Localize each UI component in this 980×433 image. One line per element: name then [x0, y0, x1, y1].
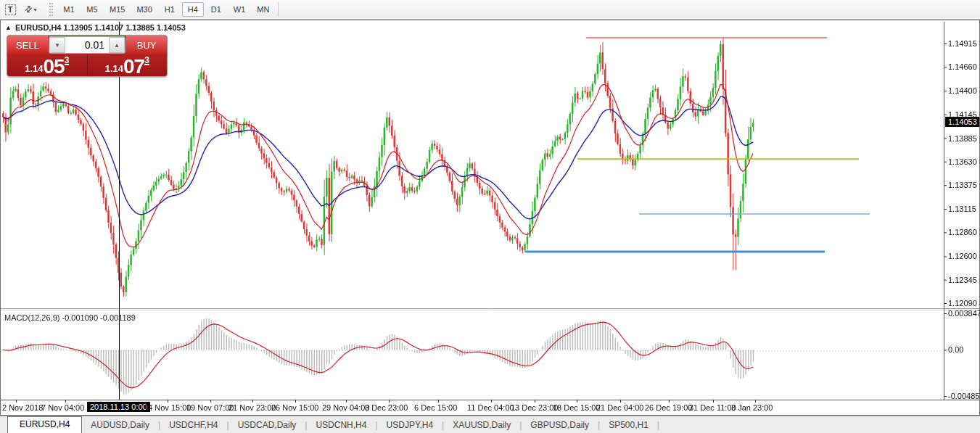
volume-stepper: ▼ ▲ [49, 36, 125, 54]
macd-indicator-label: MACD(12,26,9) -0.001090 -0.001189 [4, 313, 136, 322]
toolbar-grip[interactable] [49, 3, 53, 16]
price-axis-tick: 1.14660 [948, 62, 979, 71]
time-axis-label: 26 Nov 15:00 [271, 403, 318, 412]
time-axis-label: 18 Dec 15:00 [553, 403, 600, 412]
tab-divider: | [657, 420, 659, 433]
time-axis-label: 14 Nov 15:00 [144, 403, 191, 412]
sell-price-display[interactable]: 1.14 05 3 [7, 54, 88, 77]
sell-price-small: 1.14 [25, 62, 43, 76]
time-axis-label: 21 Nov 23:00 [228, 403, 276, 412]
timeframe-button-m30[interactable]: M30 [131, 2, 157, 17]
cursor-tool-icon[interactable]: ⇅ ▼ [20, 2, 42, 17]
tab-usdjpy-h4[interactable]: USDJPY,H4 [378, 418, 442, 433]
price-axis-tick: 1.13630 [948, 157, 979, 166]
price-axis-tick: 1.12345 [948, 276, 979, 284]
macd-axis-tick: 0.003847 [948, 309, 979, 318]
chart-title-text: EURUSD,H4 1.13905 1.14107 1.13885 1.1405… [15, 23, 186, 32]
chart-window: ▲ EURUSD,H4 1.13905 1.14107 1.13885 1.14… [0, 20, 980, 416]
price-axis-tick: 1.13885 [948, 134, 979, 143]
timeframe-button-m1[interactable]: M1 [58, 2, 80, 17]
volume-input[interactable] [65, 37, 109, 53]
time-axis-label: 29 Nov 04:00 [322, 403, 369, 412]
price-axis-tick: 1.14400 [948, 86, 979, 95]
timeframe-button-m15[interactable]: M15 [104, 2, 130, 17]
time-axis-label: 3 Jan 23:00 [731, 403, 773, 412]
buy-price-display[interactable]: 1.14 07 3 [88, 54, 168, 77]
trading-app: T ⇅ ▼ M1M5M15M30H1H4D1W1MN ▲ EURUSD,H4 1… [0, 0, 980, 433]
timeframe-button-h4[interactable]: H4 [182, 2, 204, 17]
time-axis-label: 2 Nov 2018 [2, 403, 43, 412]
tab-eurusd-h4[interactable]: EURUSD,H4 [7, 416, 82, 433]
price-axis-tick: 1.14915 [948, 39, 979, 48]
volume-decrease-button[interactable]: ▼ [49, 37, 65, 53]
chart-tab-bar: EURUSD,H4AUDUSD,Daily|USDCHF,H4|USDCAD,D… [0, 416, 980, 433]
one-click-trading-panel: SELL ▼ ▲ BUY 1.14 05 3 1.14 07 3 [7, 35, 168, 77]
buy-button[interactable]: BUY [126, 36, 167, 54]
price-axis-tick: 1.13375 [948, 181, 979, 189]
tab-audusd-daily[interactable]: AUDUSD,Daily [82, 418, 158, 433]
time-axis-label: 13 Dec 23:00 [511, 403, 558, 412]
time-axis-label: 26 Dec 19:00 [645, 403, 692, 412]
buy-price-small: 1.14 [105, 62, 123, 76]
tab-gbpusd-daily[interactable]: GBPUSD,Daily [522, 418, 598, 433]
toolbar-separator [278, 2, 279, 17]
arrows-icon: ⇅ [22, 3, 35, 15]
text-tool-icon[interactable]: T [2, 2, 18, 17]
timeframe-button-group: M1M5M15M30H1H4D1W1MN [57, 2, 275, 17]
time-axis-label: 21 Dec 04:00 [596, 403, 643, 412]
macd-axis-tick: 0.00 [948, 345, 979, 354]
text-tool-glyph: T [5, 4, 16, 15]
price-axis-tick: 1.12860 [948, 228, 979, 236]
price-axis-tick: 1.12600 [948, 252, 979, 260]
timeframe-button-mn[interactable]: MN [252, 2, 274, 17]
volume-increase-button[interactable]: ▲ [109, 37, 125, 53]
macd-axis-tick: -0.004856 [948, 392, 979, 400]
time-axis-label: 6 Dec 15:00 [414, 403, 457, 412]
tab-usdcnh-h4[interactable]: USDCNH,H4 [307, 418, 375, 433]
time-axis-label: 31 Dec 11:00 [689, 403, 736, 412]
tab-usdchf-h4[interactable]: USDCHF,H4 [160, 418, 226, 433]
chart-title: ▲ EURUSD,H4 1.13905 1.14107 1.13885 1.14… [5, 23, 186, 32]
chart-canvas[interactable] [1, 20, 979, 415]
time-axis-label: 7 Nov 04:00 [41, 403, 84, 412]
crosshair-date-tag: 2018.11.13 0:00 [87, 402, 150, 412]
timeframe-button-w1[interactable]: W1 [228, 2, 251, 17]
tab-xauusd-daily[interactable]: XAUUSD,Daily [444, 418, 519, 433]
time-axis-label: 3 Dec 23:00 [365, 403, 408, 412]
oneclick-collapse-icon[interactable]: ▲ [5, 24, 12, 31]
tab-usdcad-daily[interactable]: USDCAD,Daily [229, 418, 305, 433]
time-axis-label: 11 Dec 04:00 [467, 403, 514, 412]
buy-price-big: 07 [123, 57, 144, 76]
price-axis-tick: 1.14145 [948, 110, 979, 119]
timeframe-button-m5[interactable]: M5 [81, 2, 103, 17]
timeframe-button-h1[interactable]: H1 [159, 2, 181, 17]
top-toolbar: T ⇅ ▼ M1M5M15M30H1H4D1W1MN [0, 0, 980, 20]
price-axis-tick: 1.12090 [948, 299, 979, 308]
time-axis-label: 19 Nov 07:00 [186, 403, 234, 412]
sell-button[interactable]: SELL [7, 36, 48, 54]
sell-price-big: 05 [43, 57, 64, 76]
buy-price-sup: 3 [144, 57, 149, 65]
timeframe-button-d1[interactable]: D1 [205, 2, 227, 17]
sell-price-sup: 3 [65, 57, 70, 65]
tab-sp500-h1[interactable]: SP500,H1 [600, 418, 657, 433]
price-axis-tick: 1.13115 [948, 205, 979, 213]
